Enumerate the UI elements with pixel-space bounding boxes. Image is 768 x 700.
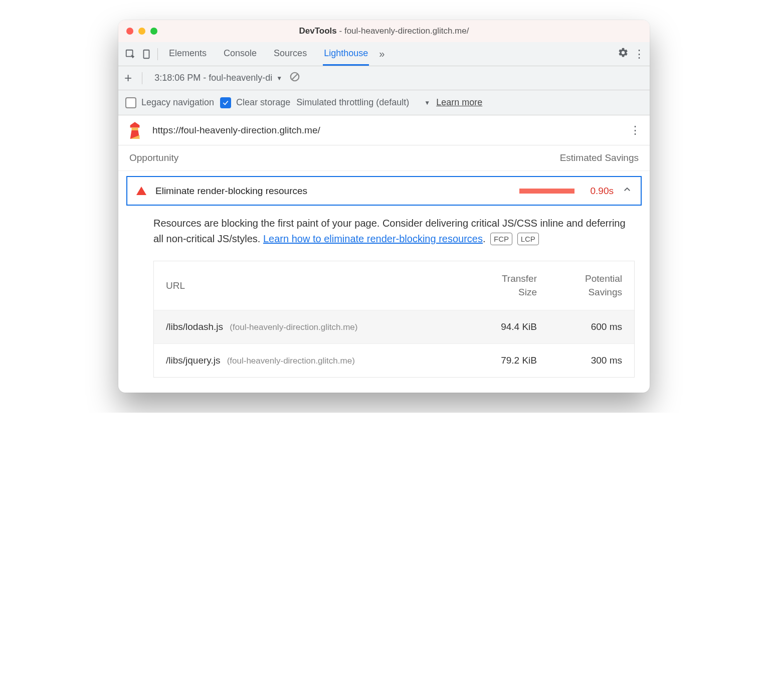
panel-tabs: Elements Console Sources Lighthouse [168, 42, 369, 66]
minimize-window-button[interactable] [138, 28, 145, 35]
close-window-button[interactable] [126, 28, 133, 35]
legacy-navigation-label: Legacy navigation [141, 97, 214, 108]
opportunity-header-left: Opportunity [129, 152, 178, 163]
clear-icon[interactable] [289, 71, 300, 85]
window-title: DevTools - foul-heavenly-direction.glitc… [126, 26, 642, 36]
panel-tab-bar: Elements Console Sources Lighthouse » ⋮ [118, 42, 650, 66]
more-menu-icon[interactable]: ⋮ [634, 48, 645, 61]
resource-url: /libs/lodash.js (foul-heavenly-direction… [166, 321, 452, 332]
svg-rect-1 [144, 50, 149, 58]
legacy-navigation-checkbox[interactable] [125, 97, 136, 108]
caret-down-icon: ▼ [276, 75, 282, 82]
desc-text-after: . [483, 233, 486, 244]
svg-line-3 [292, 74, 298, 80]
devtools-window: DevTools - foul-heavenly-direction.glitc… [118, 20, 650, 393]
opportunity-header: Opportunity Estimated Savings [118, 145, 650, 171]
report-dropdown[interactable]: 3:18:06 PM - foul-heavenly-di ▼ [154, 73, 282, 83]
tab-elements[interactable]: Elements [168, 42, 208, 66]
new-report-button[interactable]: + [124, 70, 132, 86]
chevron-up-icon[interactable] [623, 185, 632, 197]
report-url-bar: https://foul-heavenly-direction.glitch.m… [118, 115, 650, 145]
tab-console[interactable]: Console [223, 42, 258, 66]
tab-lighthouse[interactable]: Lighthouse [323, 42, 369, 66]
col-header-size: Transfer Size [452, 272, 537, 299]
report-menu-icon[interactable]: ⋮ [630, 124, 641, 137]
inspect-element-icon[interactable] [122, 46, 138, 62]
audit-title: Eliminate render-blocking resources [155, 186, 307, 197]
resource-savings: 300 ms [537, 355, 622, 366]
resource-savings: 600 ms [537, 321, 622, 332]
resources-table: URL Transfer Size Potential Savings /lib… [153, 261, 635, 378]
opportunity-header-right: Estimated Savings [560, 152, 639, 163]
svg-rect-5 [131, 127, 138, 130]
table-header-row: URL Transfer Size Potential Savings [154, 261, 634, 310]
clear-storage-label: Clear storage [236, 97, 290, 108]
col-header-savings: Potential Savings [537, 272, 622, 299]
report-dropdown-label: 3:18:06 PM - foul-heavenly-di [154, 73, 272, 83]
throttling-label: Simulated throttling (default) [296, 97, 409, 108]
zoom-window-button[interactable] [150, 28, 157, 35]
settings-gear-icon[interactable] [618, 47, 629, 61]
lighthouse-icon [127, 122, 142, 139]
lighthouse-toolbar: + 3:18:06 PM - foul-heavenly-di ▼ [118, 66, 650, 90]
caret-down-icon: ▼ [424, 99, 430, 106]
traffic-lights [126, 28, 157, 35]
clear-storage-checkbox[interactable] [220, 97, 231, 108]
desc-learn-link[interactable]: Learn how to eliminate render-blocking r… [263, 233, 483, 244]
window-title-target: foul-heavenly-direction.glitch.me/ [344, 26, 469, 36]
fail-triangle-icon [136, 187, 146, 195]
resource-size: 94.4 KiB [452, 321, 537, 332]
window-title-prefix: DevTools [299, 26, 337, 36]
legacy-navigation-option[interactable]: Legacy navigation [125, 97, 214, 108]
lighthouse-options: Legacy navigation Clear storage Simulate… [118, 90, 650, 115]
resource-url: /libs/jquery.js (foul-heavenly-direction… [166, 355, 452, 366]
clear-storage-option[interactable]: Clear storage [220, 97, 290, 108]
throttling-dropdown[interactable]: Simulated throttling (default) ▼ [296, 97, 430, 108]
separator [157, 48, 158, 60]
table-row[interactable]: /libs/lodash.js (foul-heavenly-direction… [154, 310, 634, 343]
audit-render-blocking[interactable]: Eliminate render-blocking resources 0.90… [126, 176, 642, 206]
learn-more-link[interactable]: Learn more [436, 97, 482, 108]
titlebar: DevTools - foul-heavenly-direction.glitc… [118, 20, 650, 42]
metric-tag-fcp: FCP [490, 233, 512, 245]
metric-tag-lcp: LCP [517, 233, 539, 245]
audit-description: Resources are blocking the first paint o… [118, 206, 650, 247]
separator [142, 72, 142, 84]
table-row[interactable]: /libs/jquery.js (foul-heavenly-direction… [154, 343, 634, 377]
tabs-overflow-icon[interactable]: » [379, 48, 385, 60]
col-header-url: URL [166, 280, 452, 291]
tab-sources[interactable]: Sources [273, 42, 308, 66]
page-url: https://foul-heavenly-direction.glitch.m… [152, 125, 320, 136]
resource-size: 79.2 KiB [452, 355, 537, 366]
svg-marker-4 [130, 122, 140, 127]
audit-savings-value: 0.90s [584, 186, 614, 197]
savings-bar [519, 189, 574, 194]
device-toolbar-icon[interactable] [138, 46, 154, 62]
